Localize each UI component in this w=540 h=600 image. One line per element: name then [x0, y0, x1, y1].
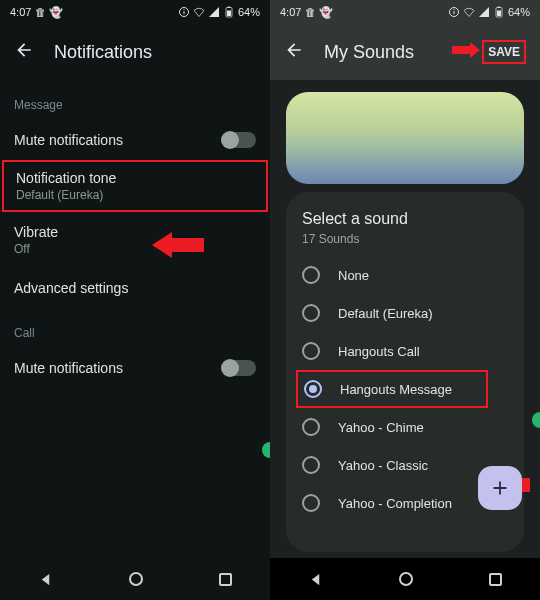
radio-icon: [302, 494, 320, 512]
svg-rect-2: [183, 9, 184, 10]
sound-label: Hangouts Message: [340, 382, 452, 397]
sound-label: None: [338, 268, 369, 283]
vibrate-row[interactable]: Vibrate Off: [0, 212, 270, 268]
status-icons: 🗑 👻: [35, 6, 63, 19]
nav-bar: [0, 558, 270, 600]
svg-rect-5: [228, 7, 230, 8]
signal-icon: [478, 6, 490, 18]
notifications-screen: 4:07 🗑 👻 64% Notifications Message Mute …: [0, 0, 270, 600]
mute-notifications-row[interactable]: Mute notifications: [0, 120, 270, 160]
vibrate-value: Off: [14, 242, 58, 256]
status-time: 4:07: [10, 6, 31, 18]
status-right-icons: 64%: [448, 6, 530, 18]
vibrate-label: Vibrate: [14, 224, 58, 240]
svg-rect-4: [227, 11, 231, 17]
battery-percent: 64%: [508, 6, 530, 18]
svg-rect-7: [453, 11, 454, 14]
radio-icon: [302, 266, 320, 284]
sound-option-yahoo-chime[interactable]: Yahoo - Chime: [302, 408, 508, 446]
nav-home-icon[interactable]: [129, 572, 143, 586]
info-icon: [178, 6, 190, 18]
battery-percent: 64%: [238, 6, 260, 18]
section-label-message: Message: [0, 80, 270, 120]
signal-icon: [208, 6, 220, 18]
select-sound-count: 17 Sounds: [302, 232, 508, 246]
status-right-icons: 64%: [178, 6, 260, 18]
sound-label: Default (Eureka): [338, 306, 433, 321]
sound-label: Yahoo - Chime: [338, 420, 424, 435]
mute-label: Mute notifications: [14, 132, 123, 148]
sound-label: Hangouts Call: [338, 344, 420, 359]
call-mute-row[interactable]: Mute notifications: [0, 348, 270, 388]
save-button[interactable]: SAVE: [482, 40, 526, 64]
status-icons: 🗑 👻: [305, 6, 333, 19]
svg-rect-11: [498, 7, 500, 8]
notification-tone-row[interactable]: Notification tone Default (Eureka): [2, 160, 268, 212]
info-icon: [448, 6, 460, 18]
call-mute-toggle[interactable]: [222, 360, 256, 376]
page-title: Notifications: [54, 42, 152, 63]
tone-label: Notification tone: [16, 170, 116, 186]
section-label-call: Call: [0, 308, 270, 348]
status-bar: 4:07 🗑 👻 64%: [270, 0, 540, 24]
radio-icon: [302, 418, 320, 436]
nav-home-icon[interactable]: [399, 572, 413, 586]
tone-value: Default (Eureka): [16, 188, 116, 202]
nav-back-icon[interactable]: [308, 572, 323, 587]
wifi-icon: [463, 6, 475, 18]
status-time: 4:07: [280, 6, 301, 18]
my-sounds-screen: 4:07 🗑 👻 64% My Sounds SAVE Select a sou…: [270, 0, 540, 600]
call-mute-label: Mute notifications: [14, 360, 123, 376]
plus-icon: [489, 477, 511, 499]
mute-toggle[interactable]: [222, 132, 256, 148]
content-area: Select a sound 17 Sounds None Default (E…: [270, 80, 540, 558]
annotation-arrow-icon: [152, 232, 204, 262]
advanced-settings-row[interactable]: Advanced settings: [0, 268, 270, 308]
battery-icon: [223, 6, 235, 18]
svg-rect-10: [497, 11, 501, 17]
back-button[interactable]: [284, 40, 304, 64]
nav-back-icon[interactable]: [38, 572, 53, 587]
advanced-label: Advanced settings: [14, 280, 128, 296]
add-sound-fab[interactable]: [478, 466, 522, 510]
sound-preview-card: [286, 92, 524, 184]
wifi-icon: [193, 6, 205, 18]
sound-option-default[interactable]: Default (Eureka): [302, 294, 508, 332]
svg-rect-1: [183, 11, 184, 14]
sound-label: Yahoo - Classic: [338, 458, 428, 473]
annotation-arrow-icon: [452, 42, 480, 62]
nav-bar: [270, 558, 540, 600]
floating-dot-icon: [532, 412, 540, 428]
select-sound-title: Select a sound: [302, 210, 508, 228]
sound-option-none[interactable]: None: [302, 256, 508, 294]
header: My Sounds SAVE: [270, 24, 540, 80]
page-title: My Sounds: [324, 42, 414, 63]
radio-icon: [302, 342, 320, 360]
radio-icon: [304, 380, 322, 398]
battery-icon: [493, 6, 505, 18]
nav-recent-icon[interactable]: [219, 573, 232, 586]
floating-dot-icon: [262, 442, 270, 458]
sound-option-hangouts-message[interactable]: Hangouts Message: [296, 370, 488, 408]
radio-icon: [302, 304, 320, 322]
header: Notifications: [0, 24, 270, 80]
status-bar: 4:07 🗑 👻 64%: [0, 0, 270, 24]
sound-option-hangouts-call[interactable]: Hangouts Call: [302, 332, 508, 370]
back-button[interactable]: [14, 40, 34, 64]
sound-label: Yahoo - Completion: [338, 496, 452, 511]
radio-icon: [302, 456, 320, 474]
nav-recent-icon[interactable]: [489, 573, 502, 586]
svg-rect-8: [453, 9, 454, 10]
content-area: Message Mute notifications Notification …: [0, 80, 270, 558]
